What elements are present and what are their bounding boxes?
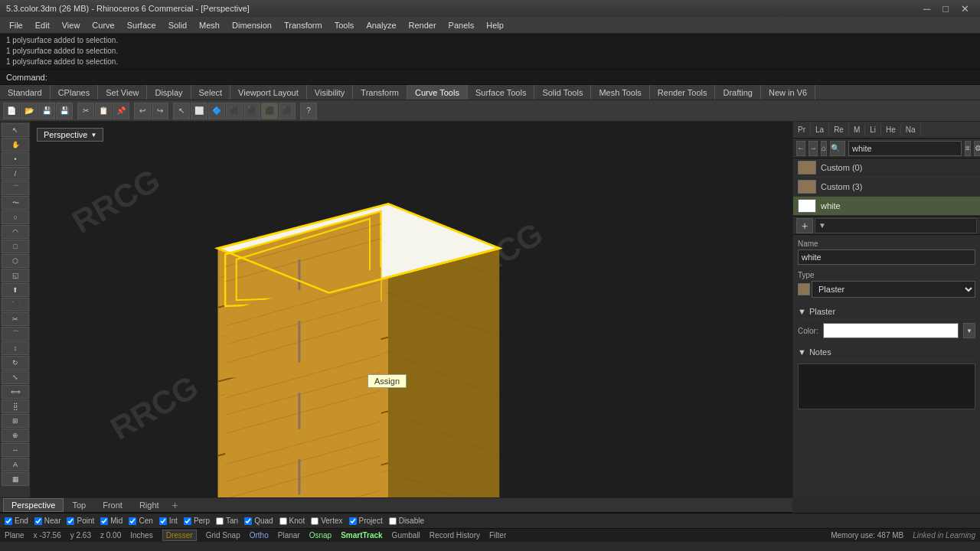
menu-help[interactable]: Help — [480, 19, 510, 31]
menu-view[interactable]: View — [56, 19, 87, 31]
viewport-label[interactable]: Perspective ▼ — [37, 128, 103, 142]
maximize-button[interactable]: □ — [938, 3, 953, 15]
line-button[interactable]: / — [2, 167, 29, 181]
mirror-button[interactable]: ⟺ — [2, 385, 29, 399]
osnap-project[interactable]: Project — [349, 517, 383, 525]
menu-panels[interactable]: Panels — [443, 19, 481, 31]
saveas-button[interactable]: 💾 — [56, 103, 73, 119]
osnap-quad-checkbox[interactable] — [244, 517, 252, 525]
tab-curve-tools[interactable]: Curve Tools — [407, 85, 468, 99]
osnap-cen-checkbox[interactable] — [129, 517, 136, 525]
osnap-mid[interactable]: Mid — [100, 517, 122, 525]
osnap-disable-checkbox[interactable] — [389, 517, 397, 525]
point-button[interactable]: • — [2, 152, 29, 166]
tab-new-v6[interactable]: New in V6 — [761, 85, 815, 99]
osnap-vertex[interactable]: Vertex — [311, 517, 342, 525]
osnap-int-checkbox[interactable] — [159, 517, 167, 525]
search-input[interactable] — [848, 141, 962, 156]
scale-button[interactable]: ⤡ — [2, 370, 29, 384]
window-controls[interactable]: ─ □ ✕ — [919, 3, 974, 15]
osnap-button[interactable]: Osnap — [309, 531, 332, 540]
settings-button[interactable]: ⚙ — [974, 141, 980, 156]
name-input[interactable] — [798, 249, 975, 265]
osnap-tan-checkbox[interactable] — [216, 517, 224, 525]
osnap-mid-checkbox[interactable] — [100, 517, 108, 525]
arc-button[interactable]: ◠ — [2, 225, 29, 239]
menu-tools[interactable]: Tools — [328, 19, 361, 31]
extrude-button[interactable]: ⬆ — [2, 283, 29, 297]
tab-visibility[interactable]: Visibility — [307, 85, 354, 99]
tab-properties[interactable]: Pr — [793, 124, 811, 135]
dimension-button[interactable]: ↔ — [2, 443, 29, 457]
menu-edit[interactable]: Edit — [29, 19, 56, 31]
help-button[interactable]: ? — [300, 103, 317, 119]
tab-layers[interactable]: La — [811, 124, 829, 135]
open-button[interactable]: 📂 — [21, 103, 38, 119]
surface-button[interactable]: ◱ — [2, 269, 29, 282]
command-input[interactable] — [51, 73, 974, 82]
menu-curve[interactable]: Curve — [86, 19, 120, 31]
back-button[interactable]: ← — [796, 141, 805, 156]
color-dropdown-button[interactable]: ▼ — [963, 323, 975, 338]
material-item-custom3[interactable]: Custom (3) — [793, 178, 980, 197]
osnap-knot[interactable]: Knot — [279, 517, 305, 525]
wireframe-button[interactable]: ⬛ — [243, 103, 260, 119]
fillet-button[interactable]: ⌒ — [2, 327, 29, 341]
tab-lights[interactable]: Li — [865, 124, 881, 135]
hatch-button[interactable]: ▦ — [2, 472, 29, 486]
render-button[interactable]: 🔷 — [208, 103, 225, 119]
plaster-section-header[interactable]: ▼ Plaster — [798, 304, 975, 320]
tab-viewport-layout[interactable]: Viewport Layout — [230, 85, 307, 99]
command-bar[interactable]: Command: — [0, 70, 980, 85]
tab-solid-tools[interactable]: Solid Tools — [534, 85, 591, 99]
assign-tooltip[interactable]: Assign — [368, 374, 407, 388]
tab-mesh-tools[interactable]: Mesh Tools — [591, 85, 649, 99]
osnap-point-checkbox[interactable] — [67, 517, 74, 525]
viewport-tab-perspective[interactable]: Perspective — [3, 498, 64, 512]
tab-display[interactable]: Display — [147, 85, 191, 99]
redo-button[interactable]: ↪ — [152, 103, 168, 119]
solid-button[interactable]: ⬛ — [2, 298, 29, 311]
tab-render[interactable]: Re — [829, 124, 849, 135]
tab-notes[interactable]: Na — [901, 124, 921, 135]
osnap-near[interactable]: Near — [34, 517, 61, 525]
osnap-end-checkbox[interactable] — [5, 517, 12, 525]
ortho-button[interactable]: Ortho — [250, 531, 269, 540]
rendered-button[interactable]: ⬛ — [261, 103, 278, 119]
cut-button[interactable]: ✂ — [77, 103, 94, 119]
tab-materials[interactable]: M — [849, 124, 865, 135]
paste-button[interactable]: 📌 — [113, 103, 129, 119]
grid-snap-button[interactable]: Grid Snap — [206, 531, 240, 540]
menu-render[interactable]: Render — [403, 19, 443, 31]
viewport-tab-top[interactable]: Top — [64, 498, 94, 512]
notes-textarea[interactable] — [798, 364, 975, 409]
list-view-button[interactable]: ≡ — [965, 141, 971, 156]
tab-surface-tools[interactable]: Surface Tools — [468, 85, 534, 99]
filter-button[interactable]: Filter — [489, 531, 506, 540]
select-button[interactable]: ↖ — [173, 103, 190, 119]
rectangle-button[interactable]: □ — [2, 240, 29, 253]
osnap-cen[interactable]: Cen — [129, 517, 152, 525]
search-icon[interactable] — [830, 141, 845, 156]
new-file-button[interactable]: 📄 — [3, 103, 20, 119]
type-select[interactable]: Plaster Custom Glass Metal — [812, 281, 975, 298]
viewport-tab-right[interactable]: Right — [131, 498, 168, 512]
osnap-tan[interactable]: Tan — [216, 517, 238, 525]
copy-button[interactable]: 📋 — [95, 103, 112, 119]
menu-analyze[interactable]: Analyze — [360, 19, 402, 31]
add-material-button[interactable]: + — [796, 218, 813, 233]
viewport-dropdown-icon[interactable]: ▼ — [90, 132, 96, 139]
layer-display[interactable]: Dresser — [162, 530, 197, 541]
osnap-quad[interactable]: Quad — [244, 517, 273, 525]
material-item-white[interactable]: white — [793, 197, 980, 216]
tab-help[interactable]: He — [881, 124, 901, 135]
shaded-button[interactable]: ⬛ — [226, 103, 243, 119]
group-button[interactable]: ⊞ — [2, 414, 29, 428]
record-history-button[interactable]: Record History — [430, 531, 480, 540]
tab-render-tools[interactable]: Render Tools — [650, 85, 716, 99]
tab-cplanes[interactable]: CPlanes — [51, 85, 99, 99]
rotate-button[interactable]: ↻ — [2, 356, 29, 370]
viewport[interactable]: Perspective ▼ RRCG RRCG RRCG RRCG RRCG — [31, 122, 792, 497]
forward-button[interactable]: → — [808, 141, 818, 156]
material-type-selector[interactable]: ▼ — [815, 218, 977, 233]
